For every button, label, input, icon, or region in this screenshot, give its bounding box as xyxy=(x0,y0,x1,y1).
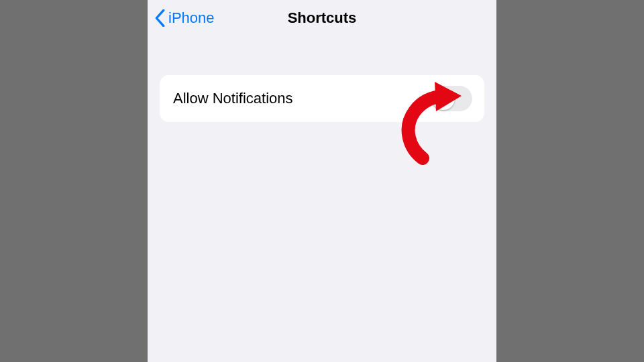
page-title: Shortcuts xyxy=(288,9,357,27)
phone-screen: iPhone Shortcuts Allow Notifications xyxy=(148,0,496,362)
allow-notifications-row: Allow Notifications xyxy=(160,75,484,122)
allow-notifications-toggle[interactable] xyxy=(431,86,472,111)
back-button-label: iPhone xyxy=(168,9,215,27)
chevron-left-icon xyxy=(154,9,166,27)
back-button[interactable]: iPhone xyxy=(154,9,215,27)
allow-notifications-label: Allow Notifications xyxy=(173,90,293,107)
navigation-bar: iPhone Shortcuts xyxy=(148,0,496,36)
settings-group: Allow Notifications xyxy=(160,75,484,122)
toggle-knob xyxy=(432,87,455,110)
